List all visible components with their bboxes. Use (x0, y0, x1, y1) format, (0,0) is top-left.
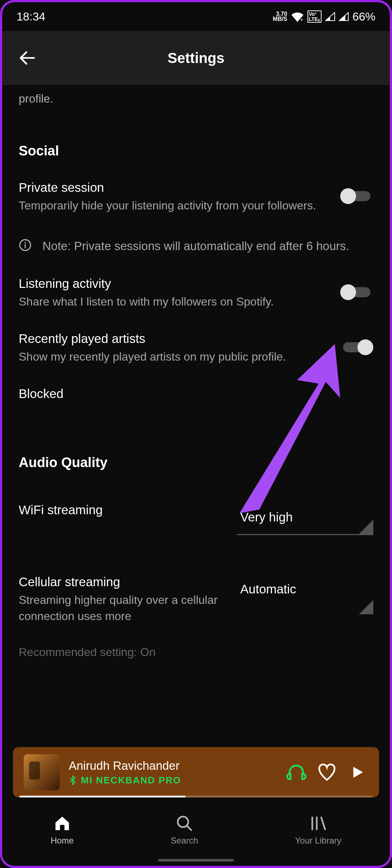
now-playing-bar[interactable]: Anirudh Ravichander MI NECKBAND PRO (13, 747, 379, 797)
signal-2-icon (339, 12, 349, 21)
listening-activity-toggle[interactable] (340, 284, 373, 301)
setting-cellular-streaming[interactable]: Cellular streaming Streaming higher qual… (19, 575, 373, 624)
back-button[interactable] (17, 47, 38, 69)
listening-activity-label: Listening activity (19, 276, 329, 291)
cellular-streaming-dropdown[interactable]: Automatic (237, 575, 373, 607)
recently-played-desc: Show my recently played artists on my pu… (19, 349, 329, 365)
like-button[interactable] (316, 761, 338, 783)
play-icon (349, 764, 366, 781)
bottom-nav: Home Search Your Library (2, 801, 390, 866)
wifi-icon (291, 11, 304, 22)
status-time: 18:34 (17, 10, 45, 23)
dropdown-triangle-icon (359, 600, 373, 614)
nav-library-label: Your Library (295, 836, 342, 846)
setting-listening-activity[interactable]: Listening activity Share what I listen t… (19, 276, 373, 310)
album-art[interactable] (24, 754, 60, 790)
recently-played-label: Recently played artists (19, 331, 329, 346)
private-session-toggle[interactable] (340, 187, 373, 205)
network-speed: 3.70 MB/S (273, 12, 287, 22)
partial-text: profile. (19, 85, 373, 109)
setting-private-session[interactable]: Private session Temporarily hide your li… (19, 180, 373, 214)
nav-search-label: Search (171, 836, 198, 846)
back-arrow-icon (17, 48, 37, 68)
cellular-streaming-value: Automatic (237, 575, 373, 607)
bluetooth-icon (69, 775, 77, 785)
now-playing-info[interactable]: Anirudh Ravichander MI NECKBAND PRO (69, 759, 277, 786)
dropdown-triangle-icon (359, 520, 373, 534)
device-picker-button[interactable] (286, 761, 307, 783)
recommended-setting-text: Recommended setting: On (19, 646, 373, 659)
info-icon (19, 239, 32, 252)
section-audio-quality: Audio Quality (19, 455, 373, 470)
nav-library[interactable]: Your Library (295, 814, 342, 846)
now-playing-artist: Anirudh Ravichander (69, 759, 277, 773)
wifi-streaming-dropdown[interactable]: Very high (237, 503, 373, 535)
page-title: Settings (2, 50, 390, 66)
status-bar: 18:34 3.70 MB/S Vo¹LTE₂ 66% (2, 2, 390, 31)
volte-icon: Vo¹LTE₂ (307, 10, 322, 23)
note-text: Note: Private sessions will automaticall… (42, 237, 373, 255)
section-social: Social (19, 143, 373, 159)
playback-progress[interactable] (19, 796, 373, 797)
private-session-note: Note: Private sessions will automaticall… (19, 237, 373, 255)
blocked-row[interactable]: Blocked (19, 386, 373, 401)
setting-wifi-streaming[interactable]: WiFi streaming Very high (19, 503, 373, 535)
play-button[interactable] (347, 761, 368, 783)
svg-point-2 (24, 242, 26, 243)
listening-activity-desc: Share what I listen to with my followers… (19, 294, 329, 310)
home-indicator[interactable] (158, 859, 234, 862)
search-icon (176, 814, 193, 832)
wifi-streaming-label: WiFi streaming (19, 503, 237, 517)
app-header: Settings (2, 31, 390, 85)
cellular-streaming-label: Cellular streaming (19, 575, 237, 589)
private-session-label: Private session (19, 180, 329, 195)
recently-played-toggle[interactable] (340, 339, 373, 356)
nav-search[interactable]: Search (171, 814, 198, 846)
nav-home[interactable]: Home (51, 814, 74, 846)
now-playing-device: MI NECKBAND PRO (81, 775, 181, 786)
private-session-desc: Temporarily hide your listening activity… (19, 198, 329, 214)
home-icon (53, 814, 71, 832)
headphones-icon (286, 762, 306, 782)
heart-icon (317, 762, 337, 782)
svg-rect-3 (25, 244, 26, 248)
cellular-streaming-desc: Streaming higher quality over a cellular… (19, 592, 237, 624)
signal-1-icon (325, 12, 335, 21)
status-right: 3.70 MB/S Vo¹LTE₂ 66% (273, 10, 375, 23)
battery-percent: 66% (352, 10, 375, 23)
settings-content: profile. Social Private session Temporar… (2, 85, 390, 659)
setting-recently-played[interactable]: Recently played artists Show my recently… (19, 331, 373, 365)
nav-home-label: Home (51, 836, 74, 846)
library-icon (309, 814, 327, 832)
wifi-streaming-value: Very high (237, 503, 373, 535)
